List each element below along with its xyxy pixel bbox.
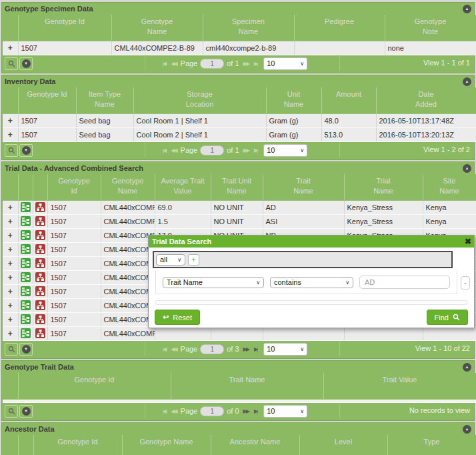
pedigree-cell[interactable]	[18, 299, 33, 313]
column-header[interactable]: StorageLocation	[133, 87, 266, 114]
expand-cell[interactable]: +	[3, 229, 18, 243]
column-header[interactable]: Genotype Id	[33, 435, 122, 455]
first-page-button[interactable]: |◀	[161, 408, 167, 414]
first-page-button[interactable]: |◀	[161, 346, 167, 352]
pedigree-cell[interactable]	[18, 201, 33, 215]
column-header[interactable]: Trait Name	[171, 373, 323, 400]
sitemap-cell[interactable]	[33, 229, 47, 243]
rows-per-page-select[interactable]: 10∨	[263, 405, 307, 418]
column-header[interactable]: Average TraitValue	[155, 174, 211, 201]
expand-cell[interactable]: +	[3, 41, 18, 55]
prev-page-button[interactable]: ◀◀	[169, 147, 177, 153]
column-header[interactable]: GenotypeNote	[385, 15, 476, 41]
reset-button[interactable]: ↩Reset	[155, 310, 200, 325]
next-page-button[interactable]: ▶▶	[242, 61, 250, 67]
expand-cell[interactable]: +	[3, 215, 18, 229]
find-button[interactable]: Find	[427, 310, 468, 325]
first-page-button[interactable]: |◀	[161, 61, 167, 67]
column-header[interactable]	[3, 435, 18, 455]
expand-all-button[interactable]: ▼	[19, 57, 33, 70]
last-page-button[interactable]: ▶|	[253, 408, 258, 414]
search-button[interactable]	[5, 405, 18, 418]
expand-all-button[interactable]: ▼	[19, 144, 33, 157]
pedigree-cell[interactable]	[18, 285, 33, 299]
collapse-icon[interactable]: ▲	[463, 363, 471, 372]
remove-rule-button[interactable]: -	[461, 276, 470, 290]
operator-select[interactable]: contains∨	[270, 277, 353, 288]
expand-cell[interactable]: +	[3, 285, 18, 299]
column-header[interactable]: Level	[299, 435, 387, 455]
next-page-button[interactable]: ▶▶	[242, 147, 250, 153]
rows-per-page-select[interactable]: 10∨	[263, 343, 307, 356]
last-page-button[interactable]: ▶|	[253, 61, 258, 67]
prev-page-button[interactable]: ◀◀	[169, 61, 177, 67]
expand-all-button[interactable]: ▼	[19, 405, 33, 418]
pedigree-cell[interactable]	[18, 257, 33, 271]
page-input[interactable]	[200, 145, 224, 155]
column-header[interactable]: SpecimenName	[203, 15, 294, 41]
page-input[interactable]	[200, 344, 224, 354]
column-header[interactable]: Trait Value	[323, 373, 476, 400]
expand-cell[interactable]: +	[3, 299, 18, 313]
column-header[interactable]: Ancestor Name	[211, 435, 299, 455]
pedigree-cell[interactable]	[18, 215, 33, 229]
expand-cell[interactable]: +	[3, 327, 18, 341]
close-icon[interactable]: ✖	[465, 236, 471, 248]
next-page-button[interactable]: ▶▶	[242, 346, 250, 352]
expand-all-button[interactable]: ▼	[19, 343, 33, 356]
expand-cell[interactable]: +	[3, 243, 18, 257]
column-header[interactable]: DateAdded	[376, 87, 476, 114]
column-header[interactable]: SiteName	[423, 174, 476, 201]
prev-page-button[interactable]: ◀◀	[169, 346, 177, 352]
first-page-button[interactable]: |◀	[161, 147, 167, 153]
last-page-button[interactable]: ▶|	[253, 147, 258, 153]
search-button[interactable]	[5, 144, 18, 157]
column-header[interactable]	[18, 435, 33, 455]
column-header[interactable]: TraitName	[263, 174, 344, 201]
pedigree-cell[interactable]	[18, 229, 33, 243]
column-header[interactable]: Genotype Name	[122, 435, 211, 455]
dialog-title-bar[interactable]: Trial Data Search ✖	[149, 236, 474, 248]
pedigree-cell[interactable]	[18, 327, 33, 341]
expand-cell[interactable]: +	[3, 257, 18, 271]
sitemap-cell[interactable]	[33, 327, 47, 341]
pedigree-cell[interactable]	[18, 313, 33, 327]
column-header[interactable]	[18, 174, 33, 201]
sitemap-cell[interactable]	[33, 215, 47, 229]
column-header[interactable]: Pedigree	[294, 15, 385, 41]
expand-cell[interactable]: +	[3, 201, 18, 215]
search-button[interactable]	[5, 57, 18, 70]
column-header[interactable]: Genotype Id	[18, 15, 111, 41]
sitemap-cell[interactable]	[33, 271, 47, 285]
column-header[interactable]	[3, 15, 18, 41]
column-header[interactable]	[3, 373, 18, 400]
search-value-input[interactable]	[359, 276, 450, 289]
column-header[interactable]: Item TypeName	[76, 87, 133, 114]
column-header[interactable]: UnitName	[266, 87, 321, 114]
expand-cell[interactable]: +	[3, 128, 18, 142]
rows-per-page-select[interactable]: 10∨	[263, 144, 307, 157]
expand-cell[interactable]: +	[3, 271, 18, 285]
pedigree-cell[interactable]	[18, 243, 33, 257]
sitemap-cell[interactable]	[33, 299, 47, 313]
sitemap-cell[interactable]	[33, 243, 47, 257]
sitemap-cell[interactable]	[33, 313, 47, 327]
next-page-button[interactable]: ▶▶	[242, 408, 250, 414]
last-page-button[interactable]: ▶|	[253, 346, 258, 352]
column-header[interactable]: Type	[387, 435, 476, 455]
search-button[interactable]	[5, 343, 18, 356]
column-header[interactable]: Trait UnitName	[211, 174, 263, 201]
expand-cell[interactable]: +	[3, 313, 18, 327]
page-input[interactable]	[200, 59, 224, 69]
pedigree-cell[interactable]	[18, 271, 33, 285]
prev-page-button[interactable]: ◀◀	[169, 408, 177, 414]
column-header[interactable]: Genotype Id	[18, 87, 76, 114]
column-header[interactable]: TrialName	[344, 174, 423, 201]
expand-cell[interactable]: +	[3, 114, 18, 128]
collapse-icon[interactable]: ▲	[463, 425, 471, 434]
add-rule-button[interactable]: +	[188, 254, 199, 266]
sitemap-cell[interactable]	[33, 285, 47, 299]
column-header[interactable]	[3, 87, 18, 114]
field-select[interactable]: Trait Name∨	[163, 277, 264, 288]
collapse-icon[interactable]: ▲	[463, 5, 471, 13]
